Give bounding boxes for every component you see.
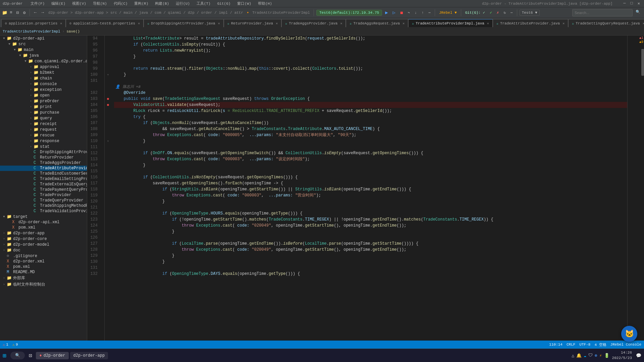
tab-close[interactable]: ✕ — [487, 21, 489, 25]
tab-trade-aggs-request[interactable]: ☕ TradeAggsRequest.java ✕ — [346, 19, 408, 27]
taskbar-app2[interactable]: d2p-order-app — [70, 352, 108, 359]
clock[interactable]: 14:26 2022/5/23 — [612, 350, 632, 361]
menu-help[interactable]: 帮助(H) — [257, 0, 273, 7]
stop-btn[interactable]: ◼ — [398, 9, 405, 16]
restore-btn[interactable]: □ — [629, 1, 634, 6]
search-taskbar-btn[interactable]: 🔍 — [10, 352, 25, 359]
tree-trade-query-prov[interactable]: C TradeQueryProvider — [0, 198, 87, 203]
tray-icon-1[interactable]: △ — [572, 353, 574, 358]
taskbar-intellij[interactable]: ♦ d2p-order — [36, 352, 68, 359]
step-into-btn[interactable]: ↓ — [413, 10, 419, 15]
back-btn[interactable]: ← — [32, 9, 38, 16]
debug-btn[interactable]: ▶ — [383, 9, 389, 16]
position-label[interactable]: 110:14 — [549, 343, 562, 347]
tab-close[interactable]: ✕ — [276, 21, 278, 25]
tree-order-xml[interactable]: X d2p-order.xml — [0, 259, 87, 264]
run-config-display[interactable]: Test6(default):172.19.34.75 — [316, 10, 382, 16]
error-indicator[interactable]: ⚠ 1 — [3, 342, 8, 347]
task-view-btn[interactable]: ⊡ — [26, 351, 35, 360]
tree-print[interactable]: › 📁 print — [0, 104, 87, 110]
tab-return-provider[interactable]: ☕ ReturnProvider.java ✕ — [224, 19, 281, 27]
menu-file[interactable]: 文件(F) — [29, 0, 46, 7]
tree-trade-valid-prov[interactable]: C TradeValidationProvider — [0, 208, 87, 214]
tree-drop-attr-prov[interactable]: C DropShippingAttrProvider — [0, 149, 87, 155]
tree-return-prov[interactable]: C ReturnProvider — [0, 155, 87, 160]
tree-b2bmkt[interactable]: › 📁 b2bmkt — [0, 70, 87, 75]
git-refresh-btn[interactable]: ↻ — [502, 10, 507, 15]
step-out-btn[interactable]: ↑ — [420, 10, 426, 15]
tab-application-properties[interactable]: ⚙ application.properties ✕ — [1, 19, 66, 27]
tab-close[interactable]: ✕ — [643, 21, 644, 25]
tree-readme[interactable]: M README.MD — [0, 269, 87, 275]
breakpoint-103[interactable]: ● — [107, 96, 109, 102]
minimap[interactable]: ▲1 ▲9 — [627, 36, 644, 345]
tree-trade-ext-prov[interactable]: C TradeExternalEsQueryProvider — [0, 182, 87, 187]
search-input[interactable] — [572, 9, 633, 16]
tree-request[interactable]: › 📁 request — [0, 127, 87, 132]
menu-code[interactable]: 代码(C) — [112, 0, 129, 7]
tree-doc[interactable]: › 📁 doc — [0, 247, 87, 253]
tree-java[interactable]: ▼ 📁 java — [0, 53, 87, 58]
tree-root-pom[interactable]: X pom.xml — [0, 264, 87, 269]
menu-window[interactable]: 窗口(W) — [236, 0, 253, 7]
settings-btn[interactable]: ⚙ — [21, 9, 28, 16]
git-label[interactable]: Git(G): ✓ — [464, 10, 487, 15]
tree-exception[interactable]: › 📁 exception — [0, 87, 87, 93]
tree-scratch[interactable]: › 📁 临时文件和控制台 — [0, 281, 87, 288]
tree-main[interactable]: ▼ 📁 main — [0, 47, 87, 53]
tab-close[interactable]: ✕ — [218, 21, 220, 25]
tree-query[interactable]: › 📁 query — [0, 115, 87, 121]
tab-trade-aggs-provider[interactable]: ☕ TradeAggsProvider.java ✕ — [281, 19, 346, 27]
tree-trade-attr-prov[interactable]: C TradeAttributeProvider — [0, 166, 87, 171]
menu-build[interactable]: 构建(B) — [154, 0, 170, 7]
tree-pkg[interactable]: ▼ 📁 com.qianmi.d2p.order.api — [0, 58, 87, 64]
tab-trade-attribute-impl[interactable]: ☕ TradeAttributeProviderImpl.java ✕ — [408, 19, 493, 27]
tree-purchase[interactable]: › 📁 purchase — [0, 110, 87, 115]
search-icon[interactable]: 🔍 — [634, 9, 642, 16]
notification-btn[interactable]: 💬 — [636, 353, 641, 358]
breadcrumb-method[interactable]: save() — [66, 29, 80, 34]
tree-item-root[interactable]: ▼ 📁 d2p-order-api — [0, 36, 87, 41]
jrebel-console-label[interactable]: JRebel Console — [610, 343, 641, 347]
tray-icon-3[interactable]: ☁ — [584, 353, 586, 358]
tree-preorder[interactable]: › 📁 preOrder — [0, 98, 87, 104]
tree-gitignore[interactable]: ⊙ .gitignore — [0, 253, 87, 259]
step-over-btn[interactable]: ↷ — [406, 10, 412, 15]
tree-stat[interactable]: › 📁 stat — [0, 144, 87, 149]
tab-trade-setting-query[interactable]: ☕ TradeSettingQueryRequest.java ✕ — [568, 19, 644, 27]
tree-pom-api[interactable]: X pom.xml — [0, 225, 87, 230]
test-config-btn[interactable]: Test6 ▼ — [520, 10, 540, 16]
tree-approval[interactable]: › 📁 approval — [0, 64, 87, 70]
tree-rescue[interactable]: › 📁 rescue — [0, 132, 87, 138]
tab-close[interactable]: ✕ — [60, 21, 62, 25]
tree-src[interactable]: ▼ 📁 src — [0, 41, 87, 47]
tree-trade-bind-prov[interactable]: C TradeBindCustomerServiceStaffProv... — [0, 171, 87, 176]
tab-trade-attribute-provider[interactable]: ☕ TradeAttributeProvider.java ✕ — [493, 19, 568, 27]
jrebel-btn[interactable]: JRebel ▼ — [437, 10, 459, 15]
tree-trade-email-prov[interactable]: C TradeEmailSettingProvider — [0, 176, 87, 182]
tab-close[interactable]: ✕ — [562, 21, 565, 25]
tray-icon-7[interactable]: 🔋 — [604, 353, 609, 358]
breadcrumb-class[interactable]: TradeAttributeProviderImpl — [3, 29, 60, 34]
tree-core[interactable]: › 📁 d2p-order-core — [0, 236, 87, 242]
tree-trade-aggs-prov[interactable]: C TradeAggsProvider — [0, 160, 87, 166]
tree-receipt[interactable]: › 📁 receipt — [0, 121, 87, 127]
tab-application-test6[interactable]: ⚙ application-test6.properties ✕ — [66, 19, 144, 27]
tray-icon-5[interactable]: ⊕ — [595, 353, 597, 358]
tree-chain[interactable]: › 📁 chain — [0, 75, 87, 81]
menu-view[interactable]: 视图(V) — [71, 0, 88, 7]
tree-external-libs[interactable]: › 📁 外部库 — [0, 275, 87, 281]
git-x-btn[interactable]: ✗ — [495, 10, 501, 15]
tab-close[interactable]: ✕ — [138, 21, 140, 25]
tray-icon-6[interactable]: ⚡ — [599, 353, 602, 358]
tree-trade-ship-prov[interactable]: C TradeShippingMethodProvider — [0, 203, 87, 208]
forward-btn[interactable]: → — [40, 9, 46, 16]
git-more-btns[interactable]: ⋯ — [509, 10, 515, 15]
menu-refactor[interactable]: 重构(R) — [133, 0, 150, 7]
tree-open[interactable]: › 📁 open — [0, 93, 87, 98]
tree-response[interactable]: › 📁 response — [0, 138, 87, 144]
menu-run[interactable]: 运行(U) — [174, 0, 191, 7]
tray-icon-2[interactable]: 🔔 — [576, 353, 582, 358]
git-check-btn[interactable]: ✓ — [488, 10, 494, 15]
close-btn[interactable]: ✕ — [636, 1, 641, 6]
